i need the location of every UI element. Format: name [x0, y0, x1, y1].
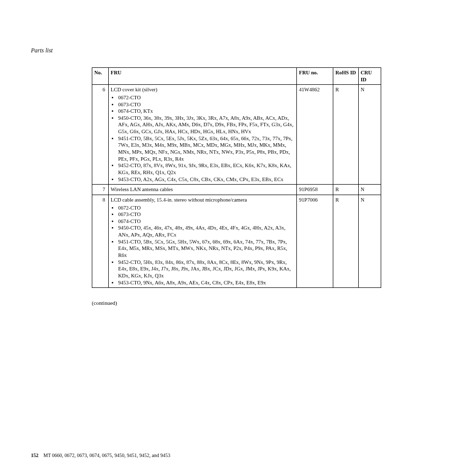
table-row: 6LCD cover kit (silver)0672-CTO0673-CTO0… — [92, 85, 381, 185]
list-item: 9451-CTO, 5Bx, 5Cx, 5Gx, 5Hx, 5Wx, 67x, … — [118, 238, 295, 259]
fru-bullet-list: 0672-CTO0673-CTO0674-CTO9450-CTO, 45x, 4… — [111, 205, 295, 286]
fru-title: Wireless LAN antenna cables — [111, 186, 295, 193]
col-rohs: RoHS ID — [333, 68, 358, 85]
cell-rohs: R — [333, 85, 358, 185]
list-item: 9453-CTO, A2x, AGx, C4x, C5x, C8x, CBx, … — [118, 176, 295, 183]
parts-table: No. FRU FRU no. RoHS ID CRU ID 6LCD cove… — [92, 67, 381, 288]
list-item: 9450-CTO, 36x, 38x, 39x, 3Hx, 3Jx, 3Kx, … — [118, 115, 295, 135]
col-fru-no: FRU no. — [297, 68, 333, 85]
continued-label: (continued) — [92, 300, 445, 306]
page-footer: 152 MT 0660, 0672, 0673, 0674, 0675, 945… — [31, 453, 170, 458]
section-title: Parts list — [31, 47, 445, 54]
list-item: 0672-CTO — [118, 205, 295, 212]
fru-title: LCD cover kit (silver) — [111, 86, 295, 93]
cell-cru: N — [358, 185, 381, 195]
page-number: 152 — [31, 453, 38, 458]
cell-fru-no: 91P6958 — [297, 185, 333, 195]
col-cru: CRU ID — [358, 68, 381, 85]
list-item: 9452-CTO, 5Hx, 83x, 84x, 86x, 87x, 88x, … — [118, 259, 295, 279]
cell-cru: N — [358, 85, 381, 185]
fru-bullet-list: 0672-CTO0673-CTO0674-CTO, KTx9450-CTO, 3… — [111, 94, 295, 183]
list-item: 9451-CTO, 5Bx, 5Cx, 5Ex, 5Jx, 5Kx, 5Zx, … — [118, 135, 295, 163]
cell-fru-no: 91P7006 — [297, 195, 333, 287]
list-item: 0674-CTO — [118, 218, 295, 225]
list-item: 0672-CTO — [118, 94, 295, 101]
cell-cru: N — [358, 195, 381, 287]
footer-text: MT 0660, 0672, 0673, 0674, 0675, 9450, 9… — [43, 453, 170, 458]
cell-fru-no: 41W4862 — [297, 85, 333, 185]
cell-no: 8 — [92, 195, 109, 287]
cell-fru: LCD cover kit (silver)0672-CTO0673-CTO06… — [108, 85, 297, 185]
cell-no: 6 — [92, 85, 109, 185]
cell-no: 7 — [92, 185, 109, 195]
table-row: 8LCD cable assembly, 15.4-in. stereo wit… — [92, 195, 381, 287]
cell-fru: LCD cable assembly, 15.4-in. stereo with… — [108, 195, 297, 287]
list-item: 9450-CTO, 45x, 46x, 47x, 48x, 49x, 4Ax, … — [118, 225, 295, 238]
col-no: No. — [92, 68, 109, 85]
list-item: 0673-CTO — [118, 211, 295, 218]
list-item: 9452-CTO, 87x, 8Vx, 8Wx, 91x, 9Jx, 9Rx, … — [118, 162, 295, 176]
cell-rohs: R — [333, 195, 358, 287]
list-item: 9453-CTO, 9Nx, A6x, A8x, A9x, AEx, C4x, … — [118, 279, 295, 286]
col-fru: FRU — [108, 68, 297, 85]
list-item: 0674-CTO, KTx — [118, 108, 295, 115]
table-row: 7Wireless LAN antenna cables91P6958RN — [92, 185, 381, 195]
cell-fru: Wireless LAN antenna cables — [108, 185, 297, 195]
cell-rohs: R — [333, 185, 358, 195]
list-item: 0673-CTO — [118, 101, 295, 108]
fru-title: LCD cable assembly, 15.4-in. stereo with… — [111, 197, 295, 204]
